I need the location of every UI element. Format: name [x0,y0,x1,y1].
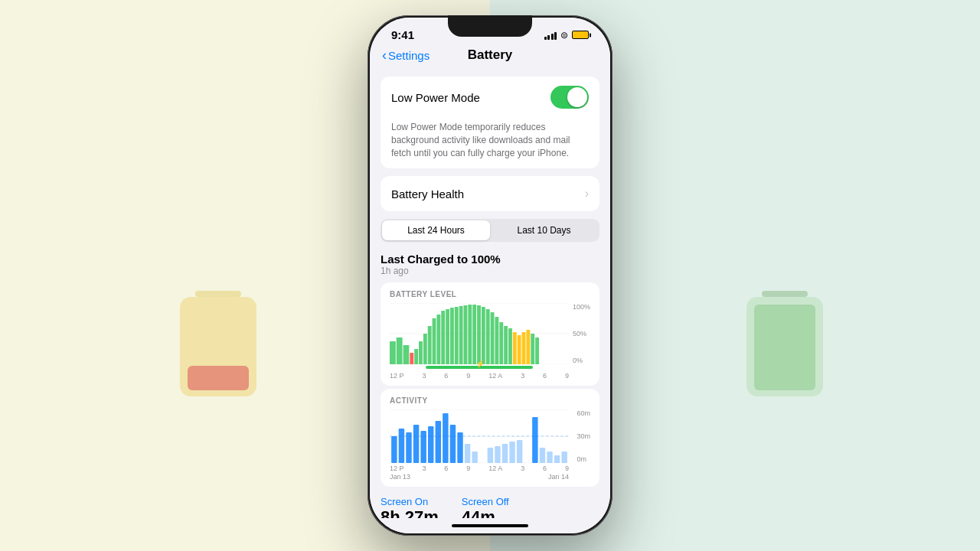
svg-rect-38 [526,330,530,364]
activity-y-axis: 60m 30m 0m [577,409,590,463]
svg-rect-40 [535,337,539,364]
back-chevron-icon: ‹ [382,47,387,64]
svg-rect-14 [419,341,423,364]
svg-rect-48 [420,431,426,463]
screen-stats: Screen On 8h 27m Screen Off 44m [370,490,610,518]
screen-off-label: Screen Off [462,496,509,507]
svg-rect-50 [436,421,441,463]
phone-screen: 9:41 ⊜ ‹ Set [370,18,610,533]
svg-rect-10 [397,337,403,364]
act-y-60: 60m [577,409,590,417]
svg-rect-15 [423,334,427,364]
svg-rect-23 [459,306,463,364]
charge-subtitle: 1h ago [381,266,599,276]
svg-rect-56 [488,448,493,463]
svg-rect-51 [443,413,448,463]
y-label-50: 50% [573,330,590,337]
activity-date-labels: Jan 13 Jan 14 [390,473,569,481]
signal-icon [544,31,557,40]
svg-rect-13 [414,349,418,364]
svg-rect-55 [472,452,477,463]
battery-icon-right [743,283,827,398]
svg-rect-31 [495,317,498,364]
toggle-knob [567,87,587,107]
svg-rect-21 [450,308,454,364]
x-label-9a: 9 [565,372,569,380]
battery-icon-left [176,283,260,398]
status-time: 9:41 [391,28,414,41]
svg-rect-30 [491,312,495,364]
svg-rect-11 [403,345,410,364]
x-label-3a: 3 [521,372,524,380]
battery-level-chart: BATTERY LEVEL 100% 50% 0% [381,282,599,386]
home-indicator [370,518,610,533]
low-power-toggle[interactable] [550,86,589,109]
activity-chart: ACTIVITY 60m 30m 0m [381,389,599,487]
x-label-6: 6 [444,372,448,380]
home-bar [452,524,528,527]
segment-24h[interactable]: Last 24 Hours [382,220,490,240]
date-jan13: Jan 13 [390,473,410,481]
battery-icon [572,31,589,39]
battery-health-row[interactable]: Battery Health › [381,176,599,211]
screen-on-stat: Screen On 8h 27m [381,496,439,518]
svg-rect-20 [446,309,449,364]
act-x-6: 6 [444,465,448,472]
svg-rect-39 [531,334,534,364]
back-label[interactable]: Settings [388,49,430,62]
activity-x-axis: 12 P 3 6 9 12 A 3 6 9 [390,465,569,472]
screen-on-value: 8h 27m [381,507,439,518]
svg-rect-16 [428,326,432,364]
svg-rect-26 [472,305,476,364]
svg-rect-37 [522,332,526,364]
low-power-row: Low Power Mode [381,77,599,118]
low-power-section: Low Power Mode Low Power Mode temporaril… [381,77,599,168]
wifi-icon: ⊜ [560,30,568,41]
back-button[interactable]: ‹ Settings [382,47,430,64]
svg-rect-45 [399,429,404,463]
act-x-12p: 12 P [390,465,404,472]
date-jan14: Jan 14 [548,473,569,481]
status-icons: ⊜ [544,30,590,41]
svg-rect-60 [517,440,522,463]
x-label-6a: 6 [543,372,547,380]
svg-rect-47 [413,425,419,463]
svg-rect-34 [508,328,512,364]
svg-rect-54 [465,444,470,463]
act-y-0: 0m [577,455,590,463]
y-label-100: 100% [573,303,590,311]
low-power-label: Low Power Mode [391,91,480,104]
page-title: Battery [468,47,513,63]
svg-rect-33 [504,326,508,364]
screen-off-value: 44m [462,507,509,518]
svg-rect-63 [547,452,552,463]
y-label-0: 0% [573,357,590,364]
navigation-bar: ‹ Settings Battery [370,44,610,69]
svg-rect-0 [195,291,241,297]
svg-rect-32 [499,322,503,364]
segment-10d[interactable]: Last 10 Days [490,220,598,240]
svg-rect-64 [554,455,560,463]
svg-rect-3 [762,291,808,297]
act-x-12a: 12 A [488,465,502,472]
svg-rect-28 [482,307,485,364]
charge-title: Last Charged to 100% [381,253,599,266]
svg-rect-65 [561,452,567,463]
battery-y-axis: 100% 50% 0% [573,303,590,364]
act-x-9: 9 [466,465,470,472]
svg-rect-62 [540,448,545,463]
battery-bars [390,303,569,364]
act-x-3: 3 [422,465,426,472]
battery-x-axis: 12 P 3 6 9 12 A 3 6 9 [390,372,569,380]
act-y-30: 30m [577,432,590,440]
svg-rect-18 [436,315,440,364]
battery-health-section[interactable]: Battery Health › [381,176,599,211]
scroll-content[interactable]: Low Power Mode Low Power Mode temporaril… [370,69,610,518]
svg-rect-22 [455,307,459,364]
svg-rect-58 [502,444,508,463]
notch [448,15,532,37]
x-label-12a: 12 A [488,372,502,380]
phone-frame: 9:41 ⊜ ‹ Set [368,15,612,536]
svg-rect-52 [450,425,456,463]
time-segment-control[interactable]: Last 24 Hours Last 10 Days [381,219,599,242]
